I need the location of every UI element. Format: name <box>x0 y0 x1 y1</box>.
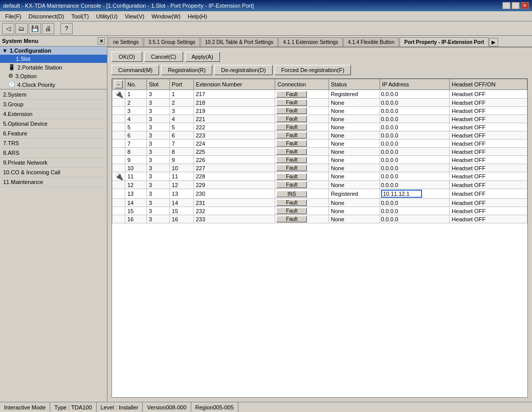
cell-ip: 0.0.0.0 <box>380 207 449 215</box>
maximize-button[interactable]: □ <box>512 2 520 9</box>
tab-flex-button[interactable]: 4.1.4 Flexible Button <box>343 37 399 47</box>
fault-button[interactable]: Fault <box>276 216 307 222</box>
fault-button[interactable]: Fault <box>276 132 307 139</box>
fault-button[interactable]: Fault <box>276 107 307 114</box>
toolbar-folder[interactable]: 🗂 <box>15 23 28 34</box>
fault-button[interactable]: Fault <box>276 91 307 98</box>
cell-ip: 0.0.0.0 <box>380 181 449 189</box>
menu-view[interactable]: View(V) <box>122 12 147 20</box>
cell-ext: 225 <box>193 148 275 156</box>
content-area: ne Settings 3.5.1 Group Settings 10.2 DI… <box>107 36 532 402</box>
fault-button[interactable]: Fault <box>276 199 307 206</box>
slot-icon: 🖥 <box>8 56 14 62</box>
toolbar-save[interactable]: 💾 <box>29 23 41 34</box>
cell-status: None <box>328 181 380 189</box>
cell-port: 5 <box>169 123 193 131</box>
menu-file[interactable]: File(F) <box>2 12 25 20</box>
fault-button[interactable]: Fault <box>276 99 307 106</box>
fault-button[interactable]: Fault <box>276 173 307 180</box>
menu-disconnect[interactable]: Disconnect(D) <box>26 12 68 20</box>
sidebar-item-portable[interactable]: 📱 2.Portable Station <box>0 63 107 72</box>
menu-window[interactable]: Window(W) <box>148 12 184 20</box>
toolbar-back[interactable]: ◁ <box>2 23 14 34</box>
close-button[interactable]: ✕ <box>521 2 529 9</box>
forced-dereg-button[interactable]: Forced De-registration(F) <box>275 65 351 75</box>
tab-port-property[interactable]: Port Property - IP-Extension Port <box>400 37 489 47</box>
fault-button[interactable]: Fault <box>276 181 307 188</box>
tab-nav-right[interactable]: ▶ <box>489 38 498 47</box>
cell-no: 10 <box>125 164 147 172</box>
cell-status: None <box>328 140 380 148</box>
cell-headset: Headset OFF <box>450 164 527 172</box>
fault-button[interactable]: Fault <box>276 165 307 171</box>
fault-button[interactable]: Fault <box>276 208 307 214</box>
cell-conn: Fault <box>275 131 328 140</box>
cell-port: 9 <box>169 156 193 164</box>
col-slot: Slot <box>146 79 169 90</box>
cell-status: None <box>328 164 380 172</box>
sidebar-item-extension[interactable]: 4.Extension <box>0 109 107 119</box>
sidebar-item-trs[interactable]: 7.TRS <box>0 139 107 148</box>
cell-headset: Headset OFF <box>450 207 527 215</box>
fault-button[interactable]: Fault <box>276 148 307 155</box>
menu-help[interactable]: Help(H) <box>185 12 210 20</box>
command-buttons: Command(M) Registration(R) De-registrati… <box>112 65 528 75</box>
minus-button[interactable]: − <box>115 80 123 88</box>
sidebar-item-system[interactable]: 2.System <box>0 90 107 100</box>
tab-group-settings[interactable]: 3.5.1 Group Settings <box>144 37 200 47</box>
cell-ext: 232 <box>193 207 275 215</box>
cell-conn: Fault <box>275 140 328 148</box>
table-row: 15315232FaultNone0.0.0.0Headset OFF <box>113 207 527 215</box>
cancel-button[interactable]: Cancel(C) <box>144 52 183 62</box>
toolbar-help-icon[interactable]: ? <box>60 23 73 34</box>
menu-utility[interactable]: Utility(U) <box>93 12 121 20</box>
sidebar-item-ars[interactable]: 8.ARS <box>0 148 107 158</box>
cell-headset: Headset OFF <box>450 115 527 123</box>
cell-port: 8 <box>169 148 193 156</box>
fault-button[interactable]: Fault <box>276 124 307 130</box>
cell-headset: Headset OFF <box>450 140 527 148</box>
ins-button[interactable]: INS <box>276 191 307 197</box>
ok-button[interactable]: OK(O) <box>112 52 142 62</box>
cell-ext: 229 <box>193 181 275 189</box>
sidebar-item-group[interactable]: 3.Group <box>0 100 107 109</box>
sidebar-item-slot[interactable]: 🖥 1.Slot <box>0 55 107 63</box>
tab-dil-table[interactable]: 10.2 DIL Table & Port Settings <box>201 37 278 47</box>
command-button[interactable]: Command(M) <box>112 65 159 75</box>
fault-button[interactable]: Fault <box>276 140 307 147</box>
sidebar-item-maintenance[interactable]: 11.Maintenance <box>0 177 107 187</box>
fault-button[interactable]: Fault <box>276 156 307 163</box>
apply-button[interactable]: Apply(A) <box>185 52 220 62</box>
sidebar-item-configuration[interactable]: ▼ 1.Configuration <box>0 47 107 55</box>
minimize-button[interactable]: – <box>502 2 511 9</box>
registration-button[interactable]: Registration(R) <box>161 65 212 75</box>
cell-conn: Fault <box>275 215 328 223</box>
menu-tool[interactable]: Tool(T) <box>68 12 92 20</box>
sidebar-item-feature[interactable]: 6.Feature <box>0 129 107 139</box>
cell-status: None <box>328 99 380 107</box>
deregistration-button[interactable]: De-registration(D) <box>214 65 272 75</box>
sidebar-item-co[interactable]: 10.CO & Incoming Call <box>0 168 107 177</box>
fault-button[interactable]: Fault <box>276 116 307 122</box>
sidebar-item-private[interactable]: 9.Private Network <box>0 158 107 168</box>
tab-ext-settings[interactable]: 4.1.1 Extension Settings <box>278 37 343 47</box>
cell-port: 11 <box>169 172 193 181</box>
title-bar: default - KX-TDA Maintenance Console - [… <box>0 0 532 11</box>
table-row: 838225FaultNone0.0.0.0Headset OFF <box>113 148 527 156</box>
sidebar-item-optional[interactable]: 5.Optional Device <box>0 119 107 129</box>
cell-ip: 0.0.0.0 <box>380 140 449 148</box>
row-icon-cell <box>113 207 125 215</box>
cell-port: 1 <box>169 90 193 99</box>
ip-input[interactable] <box>381 190 422 198</box>
sidebar-close-button[interactable]: ✕ <box>98 37 105 44</box>
cell-conn: Fault <box>275 90 328 99</box>
tabs-container: ne Settings 3.5.1 Group Settings 10.2 DI… <box>107 36 532 48</box>
toolbar-print[interactable]: 🖨 <box>42 23 54 34</box>
table-container[interactable]: − No. Slot Port Extension Number Connect… <box>112 78 528 398</box>
sidebar-item-clock[interactable]: 🕐 4.Clock Priority <box>0 80 107 89</box>
config-label: 1.Configuration <box>10 48 51 54</box>
sidebar-item-option[interactable]: ⚙ 3.Option <box>0 72 107 80</box>
cell-ip: 0.0.0.0 <box>380 148 449 156</box>
content-panel: OK(O) Cancel(C) Apply(A) Command(M) Regi… <box>107 48 532 402</box>
tab-line-settings[interactable]: ne Settings <box>108 37 143 47</box>
